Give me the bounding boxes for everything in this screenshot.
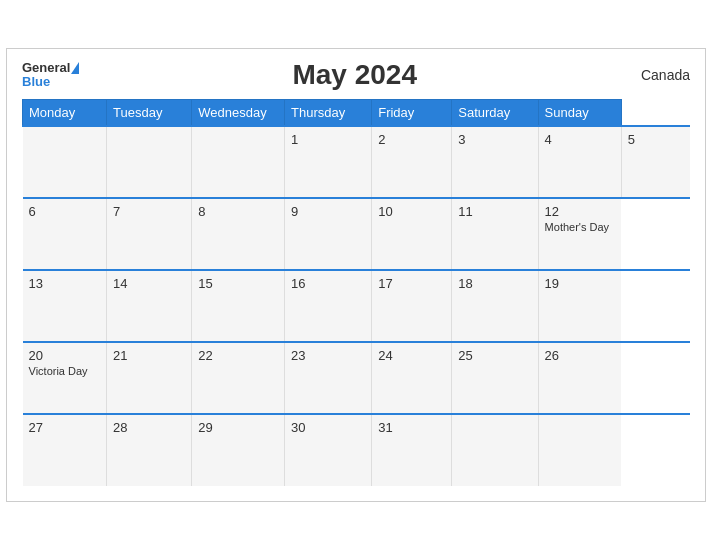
calendar-cell: 4	[538, 126, 621, 198]
day-number: 12	[545, 204, 616, 219]
calendar-cell: 19	[538, 270, 621, 342]
day-number: 11	[458, 204, 531, 219]
day-number: 5	[628, 132, 684, 147]
calendar-cell: 7	[107, 198, 192, 270]
header-saturday: Saturday	[452, 100, 538, 127]
day-number: 26	[545, 348, 616, 363]
calendar-header: General Blue May 2024 Canada	[22, 59, 690, 91]
header-sunday: Sunday	[538, 100, 621, 127]
calendar-cell: 22	[192, 342, 285, 414]
calendar-cell: 30	[285, 414, 372, 486]
weekday-header-row: Monday Tuesday Wednesday Thursday Friday…	[23, 100, 691, 127]
header-monday: Monday	[23, 100, 107, 127]
day-number: 17	[378, 276, 445, 291]
day-number: 13	[29, 276, 101, 291]
logo-blue-text: Blue	[22, 75, 79, 89]
day-number: 16	[291, 276, 365, 291]
calendar-week-row: 6789101112Mother's Day	[23, 198, 691, 270]
event-label: Mother's Day	[545, 221, 616, 233]
calendar-cell: 27	[23, 414, 107, 486]
calendar-cell	[107, 126, 192, 198]
calendar-cell: 24	[372, 342, 452, 414]
day-number: 3	[458, 132, 531, 147]
calendar-cell: 2	[372, 126, 452, 198]
calendar-cell: 1	[285, 126, 372, 198]
calendar-cell: 6	[23, 198, 107, 270]
day-number: 14	[113, 276, 185, 291]
day-number: 7	[113, 204, 185, 219]
day-number: 31	[378, 420, 445, 435]
calendar-cell: 20Victoria Day	[23, 342, 107, 414]
calendar-cell: 10	[372, 198, 452, 270]
calendar-cell: 17	[372, 270, 452, 342]
calendar-cell: 29	[192, 414, 285, 486]
logo-top-row: General	[22, 61, 79, 75]
day-number: 19	[545, 276, 616, 291]
day-number: 6	[29, 204, 101, 219]
calendar-cell: 18	[452, 270, 538, 342]
day-number: 4	[545, 132, 615, 147]
calendar-cell: 13	[23, 270, 107, 342]
calendar-cell: 25	[452, 342, 538, 414]
day-number: 28	[113, 420, 185, 435]
calendar-cell: 21	[107, 342, 192, 414]
header-wednesday: Wednesday	[192, 100, 285, 127]
day-number: 27	[29, 420, 101, 435]
day-number: 18	[458, 276, 531, 291]
calendar-week-row: 13141516171819	[23, 270, 691, 342]
calendar-cell: 31	[372, 414, 452, 486]
calendar-week-row: 2728293031	[23, 414, 691, 486]
calendar-table: Monday Tuesday Wednesday Thursday Friday…	[22, 99, 690, 486]
day-number: 1	[291, 132, 365, 147]
calendar-cell: 28	[107, 414, 192, 486]
calendar-cell: 23	[285, 342, 372, 414]
calendar-cell: 26	[538, 342, 621, 414]
day-number: 8	[198, 204, 278, 219]
calendar-cell	[538, 414, 621, 486]
calendar-title: May 2024	[79, 59, 630, 91]
calendar-week-row: 20Victoria Day212223242526	[23, 342, 691, 414]
header-friday: Friday	[372, 100, 452, 127]
day-number: 23	[291, 348, 365, 363]
day-number: 30	[291, 420, 365, 435]
calendar-cell: 8	[192, 198, 285, 270]
calendar-cell: 11	[452, 198, 538, 270]
calendar-cell: 9	[285, 198, 372, 270]
day-number: 20	[29, 348, 101, 363]
calendar-wrapper: General Blue May 2024 Canada Monday Tues…	[6, 48, 706, 502]
logo-triangle-icon	[71, 62, 79, 74]
day-number: 2	[378, 132, 445, 147]
logo: General Blue	[22, 61, 79, 90]
calendar-cell: 3	[452, 126, 538, 198]
calendar-cell	[192, 126, 285, 198]
day-number: 10	[378, 204, 445, 219]
day-number: 24	[378, 348, 445, 363]
logo-general-text: General	[22, 61, 70, 75]
day-number: 29	[198, 420, 278, 435]
calendar-cell	[452, 414, 538, 486]
calendar-week-row: 12345	[23, 126, 691, 198]
day-number: 9	[291, 204, 365, 219]
calendar-cell: 16	[285, 270, 372, 342]
day-number: 22	[198, 348, 278, 363]
header-tuesday: Tuesday	[107, 100, 192, 127]
calendar-cell	[23, 126, 107, 198]
event-label: Victoria Day	[29, 365, 101, 377]
day-number: 21	[113, 348, 185, 363]
day-number: 15	[198, 276, 278, 291]
calendar-cell: 5	[621, 126, 690, 198]
calendar-cell: 12Mother's Day	[538, 198, 621, 270]
calendar-cell: 15	[192, 270, 285, 342]
day-number: 25	[458, 348, 531, 363]
country-label: Canada	[630, 67, 690, 83]
logo-block: General Blue	[22, 61, 79, 90]
header-thursday: Thursday	[285, 100, 372, 127]
calendar-cell: 14	[107, 270, 192, 342]
